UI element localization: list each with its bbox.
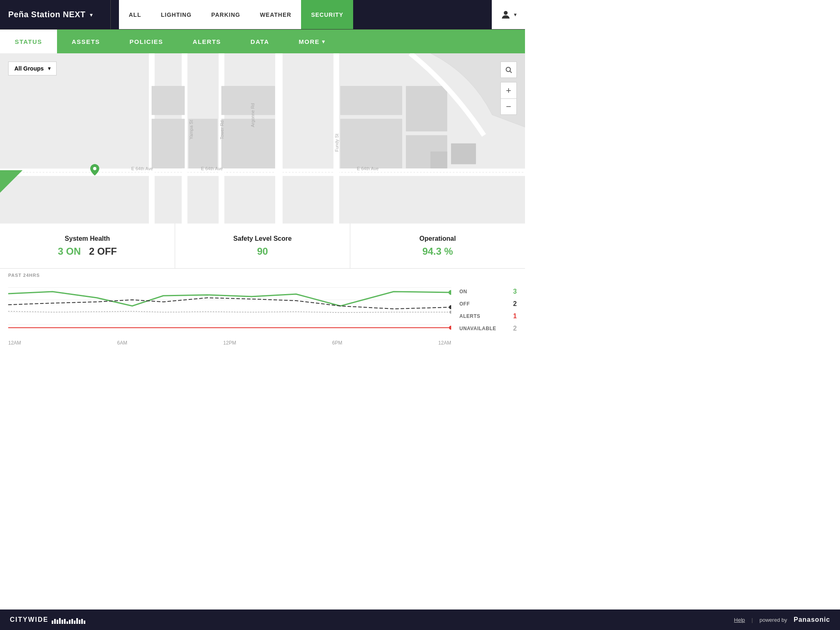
nav-link-weather[interactable]: WEATHER: [250, 0, 301, 29]
x-label-12am-end: 12AM: [438, 340, 451, 346]
svg-rect-18: [451, 144, 476, 164]
operational-percent: 94.3 %: [422, 246, 453, 257]
nav-link-parking[interactable]: PARKING: [201, 0, 250, 29]
green-corner-decoration: [0, 170, 23, 193]
legend-label: ALERTS: [459, 313, 480, 319]
legend-label: OFF: [459, 301, 470, 307]
map-pin[interactable]: [90, 164, 99, 178]
svg-text:E 64th Ave: E 64th Ave: [201, 166, 223, 171]
past-label: PAST 24HRS: [8, 273, 517, 278]
map-canvas: Yampa St Tower Rd Argonne Rd Fundy St E …: [0, 53, 525, 224]
svg-point-0: [504, 11, 507, 14]
system-health-panel: System Health 3 ON 2 OFF: [0, 224, 175, 268]
x-label-12pm: 12PM: [223, 340, 236, 346]
svg-rect-15: [340, 86, 402, 115]
legend-item-unavailable: UNAVAILABLE 2: [459, 325, 517, 332]
svg-text:E 64th Ave: E 64th Ave: [131, 166, 153, 171]
sub-nav-item-assets[interactable]: ASSETS: [57, 30, 115, 53]
svg-rect-16: [406, 86, 447, 131]
groups-chevron-icon: ▾: [48, 66, 50, 71]
chart-svg: 12AM 6AM 12PM 6PM 12AM: [8, 279, 451, 341]
off-count: 2 OFF: [89, 246, 117, 257]
nav-link-lighting[interactable]: LIGHTING: [151, 0, 201, 29]
sub-nav-item-status[interactable]: STATUS: [0, 30, 57, 53]
operational-title: Operational: [420, 235, 456, 242]
legend-value: 2: [513, 300, 517, 308]
svg-rect-13: [152, 86, 185, 115]
svg-rect-19: [431, 152, 447, 168]
system-health-values: 3 ON 2 OFF: [58, 246, 117, 257]
chart-area: PAST 24HRS: [0, 269, 525, 351]
on-count: 3 ON: [58, 246, 81, 257]
legend-item-off: OFF 2: [459, 300, 517, 308]
dashboard-panels: System Health 3 ON 2 OFF Safety Level Sc…: [0, 224, 525, 269]
svg-line-29: [510, 71, 511, 73]
legend-label: UNAVAILABLE: [459, 326, 496, 331]
svg-rect-11: [221, 119, 275, 168]
x-label-12am: 12AM: [8, 340, 21, 346]
safety-score: 90: [257, 246, 268, 257]
x-label-6am: 6AM: [117, 340, 127, 346]
svg-point-27: [93, 167, 96, 170]
sub-nav-item-alerts[interactable]: ALERTS: [178, 30, 236, 53]
svg-rect-12: [221, 86, 275, 115]
map-zoom-out-button[interactable]: −: [500, 98, 517, 115]
svg-text:Fundy St: Fundy St: [334, 134, 339, 152]
legend-value: 1: [513, 313, 517, 320]
more-label: MORE ▾: [299, 38, 326, 45]
svg-text:E 64th Ave: E 64th Ave: [357, 166, 379, 171]
user-icon: [500, 9, 511, 21]
svg-text:Tower Rd: Tower Rd: [219, 121, 224, 139]
system-health-title: System Health: [65, 235, 110, 242]
x-label-6pm: 6PM: [332, 340, 342, 346]
legend-value: 2: [513, 325, 517, 332]
groups-label: All Groups: [14, 65, 44, 72]
safety-level-panel: Safety Level Score 90: [175, 224, 350, 268]
x-axis: 12AM 6AM 12PM 6PM 12AM: [8, 338, 451, 346]
sub-navigation: STATUSASSETSPOLICIESALERTSDATAMORE ▾: [0, 30, 525, 53]
user-chevron-icon: ▾: [514, 11, 517, 18]
operational-panel: Operational 94.3 %: [350, 224, 525, 268]
brand-section[interactable]: Peña Station NEXT ▾: [0, 0, 111, 29]
groups-dropdown[interactable]: All Groups ▾: [8, 62, 57, 75]
safety-level-title: Safety Level Score: [233, 235, 292, 242]
legend-value: 3: [513, 288, 517, 295]
top-navigation: Peña Station NEXT ▾ ALLLIGHTINGPARKINGWE…: [0, 0, 525, 30]
nav-link-security[interactable]: SECURITY: [301, 0, 353, 29]
brand-chevron-icon: ▾: [90, 11, 93, 18]
nav-link-all[interactable]: ALL: [119, 0, 151, 29]
chart-legend: ON 3 OFF 2 ALERTS 1 UNAVAILABLE 2: [451, 279, 517, 341]
user-section[interactable]: ▾: [492, 0, 525, 29]
legend-item-alerts: ALERTS 1: [459, 313, 517, 320]
sub-nav-item-data[interactable]: DATA: [236, 30, 284, 53]
map-zoom-in-button[interactable]: +: [500, 82, 517, 98]
map-area: Yampa St Tower Rd Argonne Rd Fundy St E …: [0, 53, 525, 224]
map-search-button[interactable]: [500, 62, 517, 78]
legend-item-on: ON 3: [459, 288, 517, 295]
top-nav-links: ALLLIGHTINGPARKINGWEATHERSECURITY: [111, 0, 492, 29]
svg-text:Yampa St: Yampa St: [189, 120, 194, 140]
svg-rect-14: [340, 119, 402, 168]
svg-rect-9: [152, 119, 185, 168]
brand-title: Peña Station NEXT: [8, 10, 86, 19]
legend-label: ON: [459, 289, 467, 294]
svg-text:Argonne Rd: Argonne Rd: [250, 103, 255, 127]
svg-point-28: [506, 67, 511, 72]
sub-nav-item-policies[interactable]: POLICIES: [115, 30, 178, 53]
more-chevron-icon: ▾: [322, 39, 326, 45]
chart-container: 12AM 6AM 12PM 6PM 12AM ON 3 OFF 2 ALERTS…: [8, 279, 517, 341]
sub-nav-item-more[interactable]: MORE ▾: [284, 30, 340, 53]
